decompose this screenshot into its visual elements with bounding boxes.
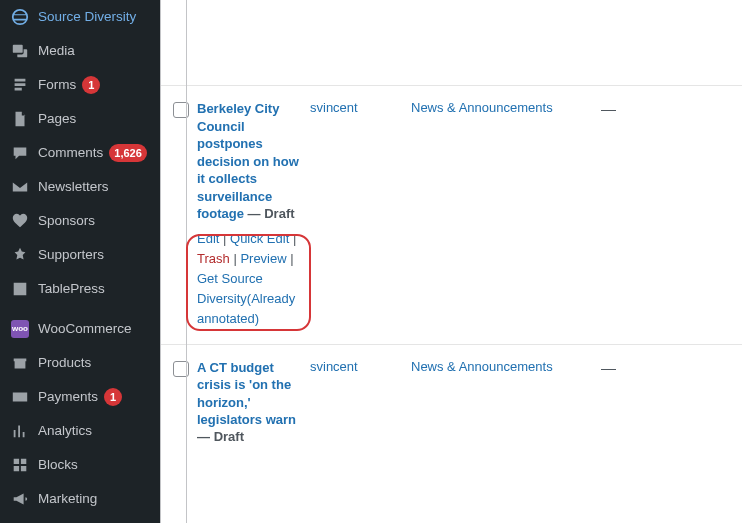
status-dash: —	[248, 206, 265, 221]
edit-link[interactable]: Edit	[197, 231, 219, 246]
table-icon	[10, 279, 30, 299]
grid-icon	[10, 455, 30, 475]
sidebar-label: WooCommerce	[38, 320, 132, 338]
sidebar-item-supporters[interactable]: Supporters	[0, 238, 160, 272]
sidebar-label: Supporters	[38, 246, 104, 264]
sidebar-label: Sponsors	[38, 212, 95, 230]
forms-icon	[10, 75, 30, 95]
posts-content: Berkeley City Council postpones decision…	[160, 0, 742, 523]
badge: 1	[82, 76, 100, 94]
megaphone-icon	[10, 489, 30, 509]
post-row: A CT budget crisis is 'on the horizon,' …	[161, 344, 742, 458]
row-actions: Edit | Quick Edit | Trash | Preview | Ge…	[197, 229, 302, 330]
sidebar-item-blocks[interactable]: Blocks	[0, 448, 160, 482]
checkbox-column-divider	[186, 0, 187, 523]
preview-link[interactable]: Preview	[240, 251, 286, 266]
quick-edit-link[interactable]: Quick Edit	[230, 231, 289, 246]
sidebar-item-pages[interactable]: Pages	[0, 102, 160, 136]
author-link[interactable]: svincent	[310, 100, 358, 115]
sidebar-label: Payments	[38, 388, 98, 406]
sidebar-label: Newsletters	[38, 178, 109, 196]
sidebar-item-payments[interactable]: Payments 1	[0, 380, 160, 414]
post-title-link[interactable]: A CT budget crisis is 'on the horizon,' …	[197, 360, 296, 428]
sidebar-label: Source Diversity	[38, 8, 136, 26]
post-status: Draft	[214, 429, 244, 444]
post-date: —	[601, 100, 616, 117]
sidebar-item-comments[interactable]: Comments 1,626	[0, 136, 160, 170]
status-dash: —	[197, 429, 214, 444]
media-icon	[10, 41, 30, 61]
author-link[interactable]: svincent	[310, 359, 358, 374]
sidebar-label: Pages	[38, 110, 76, 128]
pin-icon	[10, 245, 30, 265]
sidebar-item-marketing[interactable]: Marketing	[0, 482, 160, 516]
comment-icon	[10, 143, 30, 163]
sidebar-item-analytics[interactable]: Analytics	[0, 414, 160, 448]
sidebar-label: Comments	[38, 144, 103, 162]
archive-icon	[10, 353, 30, 373]
sidebar-label: Media	[38, 42, 75, 60]
sidebar-item-products[interactable]: Products	[0, 346, 160, 380]
category-link[interactable]: News & Announcements	[411, 100, 553, 115]
chart-icon	[10, 421, 30, 441]
card-icon	[10, 387, 30, 407]
mail-icon	[10, 177, 30, 197]
sidebar-item-media[interactable]: Media	[0, 34, 160, 68]
page-icon	[10, 109, 30, 129]
sidebar-item-forms[interactable]: Forms 1	[0, 68, 160, 102]
post-title-link[interactable]: Berkeley City Council postpones decision…	[197, 101, 299, 221]
sidebar-item-sponsors[interactable]: Sponsors	[0, 204, 160, 238]
heart-icon	[10, 211, 30, 231]
globe-icon	[10, 7, 30, 27]
previous-row-spacer	[161, 0, 742, 85]
sidebar-item-newsletters[interactable]: Newsletters	[0, 170, 160, 204]
sidebar-item-tablepress[interactable]: TablePress	[0, 272, 160, 306]
sidebar-label: Analytics	[38, 422, 92, 440]
sidebar-item-woocommerce[interactable]: woo WooCommerce	[0, 312, 160, 346]
post-date: —	[601, 359, 616, 376]
sidebar-item-source-diversity[interactable]: Source Diversity	[0, 0, 160, 34]
admin-sidebar: Source Diversity Media Forms 1 Pages Com…	[0, 0, 160, 523]
sidebar-label: Blocks	[38, 456, 78, 474]
badge: 1	[104, 388, 122, 406]
sidebar-label: Forms	[38, 76, 76, 94]
badge: 1,626	[109, 144, 147, 162]
trash-link[interactable]: Trash	[197, 251, 230, 266]
sidebar-label: Products	[38, 354, 91, 372]
woo-icon: woo	[10, 319, 30, 339]
post-status: Draft	[264, 206, 294, 221]
sidebar-label: TablePress	[38, 280, 105, 298]
category-link[interactable]: News & Announcements	[411, 359, 553, 374]
sidebar-label: Marketing	[38, 490, 97, 508]
post-row: Berkeley City Council postpones decision…	[161, 85, 742, 344]
